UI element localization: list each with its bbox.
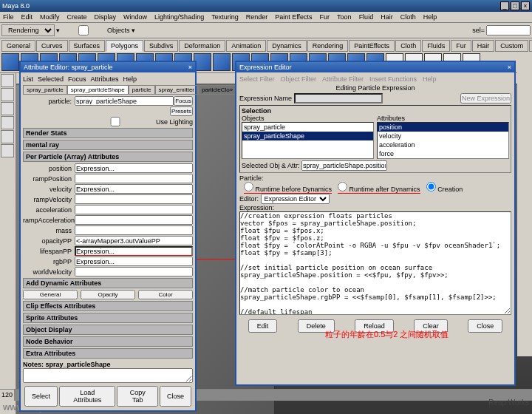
attr-tab[interactable]: particle	[129, 85, 155, 95]
edit-button[interactable]: Edit	[248, 319, 278, 333]
attr-editor-titlebar[interactable]: Attribute Editor: spray_particle ×	[21, 62, 195, 72]
sel-input[interactable]	[486, 25, 531, 35]
shelf-tab-subdivs[interactable]: Subdivs	[144, 40, 178, 52]
attr-tab[interactable]: particleClo»	[198, 85, 236, 95]
attr-menu-selected[interactable]: Selected	[38, 75, 64, 83]
opacity-button[interactable]: Opacity	[81, 290, 135, 299]
shelf-tab-cloth[interactable]: Cloth	[395, 40, 421, 52]
section-object-display[interactable]: Object Display	[23, 325, 193, 335]
close-icon[interactable]: ×	[188, 64, 192, 71]
list-item[interactable]: spray_particle	[242, 123, 373, 132]
expression-code[interactable]	[239, 211, 511, 315]
menu-paint effects[interactable]: Paint Effects	[275, 13, 312, 21]
lasso-tool-icon[interactable]	[1, 88, 14, 101]
shelf-tab-fur[interactable]: Fur	[451, 40, 471, 52]
menu-cloth[interactable]: Cloth	[400, 13, 416, 21]
notes-field[interactable]	[23, 368, 193, 383]
list-item[interactable]: position	[378, 123, 508, 132]
section-mental-ray[interactable]: mental ray	[23, 140, 193, 150]
shelf-icon[interactable]	[213, 53, 231, 71]
menu-fluid[interactable]: Fluid	[359, 13, 374, 21]
list-item[interactable]: inputForce[0]	[378, 158, 508, 159]
channel-box[interactable]	[517, 61, 532, 356]
list-item[interactable]: spray_particleShape	[242, 132, 373, 140]
attr-menu-attributes[interactable]: Attributes	[91, 75, 119, 83]
radio-runtime-before-dynamics[interactable]	[244, 182, 253, 191]
list-item[interactable]: velocity	[378, 132, 508, 140]
maximize-icon[interactable]: □	[511, 1, 519, 10]
menu-toon[interactable]: Toon	[337, 13, 352, 21]
menu-display[interactable]: Display	[95, 13, 117, 21]
pp-position[interactable]	[75, 163, 193, 173]
pp-opacityPP[interactable]	[75, 236, 193, 245]
shelf-tab-fluids[interactable]: Fluids	[422, 40, 450, 52]
focus-button[interactable]: Focus	[174, 96, 193, 106]
pp-rgbPP[interactable]	[75, 257, 193, 266]
section-render-stats[interactable]: Render Stats	[23, 128, 193, 138]
section-per-particle[interactable]: Per Particle (Array) Attributes	[23, 152, 193, 162]
new-expression-button[interactable]: New Expression	[460, 93, 511, 104]
section-extra[interactable]: Extra Attributes	[23, 348, 193, 359]
shelf-icon[interactable]	[1, 53, 19, 71]
attr-menu-focus[interactable]: Focus	[68, 75, 86, 83]
close-icon[interactable]: ×	[521, 1, 530, 10]
copy-tab-button[interactable]: Copy Tab	[117, 386, 158, 407]
pp-mass[interactable]	[75, 225, 193, 235]
list-item[interactable]: force	[378, 149, 508, 158]
pp-worldVelocity[interactable]	[75, 267, 193, 276]
shelf-tab-deformation[interactable]: Deformation	[179, 40, 225, 52]
attr-tab[interactable]: spray_particleShape	[67, 85, 129, 95]
shelf-tab-polygons[interactable]: Polygons	[106, 40, 143, 52]
menu-texturing[interactable]: Texturing	[211, 13, 239, 21]
menu-lighting/shading[interactable]: Lighting/Shading	[154, 13, 204, 21]
expr-menu[interactable]: Help	[423, 75, 437, 83]
section-node-behavior[interactable]: Node Behavior	[23, 336, 193, 347]
expr-editor-titlebar[interactable]: Expression Editor ×	[236, 62, 514, 72]
color-button[interactable]: Color	[138, 290, 193, 299]
manip-tool-icon[interactable]	[1, 144, 14, 157]
pp-velocity[interactable]	[75, 184, 193, 194]
shelf-tab-animation[interactable]: Animation	[226, 40, 266, 52]
shelf-tab-general[interactable]: General	[1, 40, 35, 52]
expr-menu[interactable]: Insert Functions	[369, 75, 417, 83]
section-clip-fx[interactable]: Clip Effects Attributes	[23, 301, 193, 311]
menu-fur[interactable]: Fur	[320, 13, 330, 21]
attr-menu-list[interactable]: List	[23, 75, 33, 83]
expr-menu[interactable]: Attribute Filter	[322, 75, 364, 83]
pp-lifespanPP[interactable]	[75, 246, 193, 256]
close-icon[interactable]: ×	[508, 64, 511, 71]
attr-menu-help[interactable]: Help	[123, 75, 137, 83]
shelf-tab-custom[interactable]: Custom	[495, 40, 528, 52]
menu-file[interactable]: File	[3, 13, 14, 21]
shelf-tab-curves[interactable]: Curves	[36, 40, 68, 52]
shelf-tab-dynamics[interactable]: Dynamics	[267, 40, 307, 52]
menu-edit[interactable]: Edit	[21, 13, 33, 21]
menu-render[interactable]: Render	[246, 13, 268, 21]
shelf-tab-painteffects[interactable]: PaintEffects	[349, 40, 395, 52]
menu-hair[interactable]: Hair	[381, 13, 393, 21]
section-sprite[interactable]: Sprite Attributes	[23, 313, 193, 323]
attr-tab[interactable]: spray_emitter	[155, 85, 198, 95]
particle-name-field[interactable]	[75, 96, 174, 106]
menu-window[interactable]: Window	[123, 13, 147, 21]
move-tool-icon[interactable]	[1, 102, 14, 115]
expr-menu[interactable]: Object Filter	[281, 75, 317, 83]
presets-button[interactable]: Presets	[170, 106, 193, 116]
pp-acceleration[interactable]	[75, 205, 193, 214]
select-button[interactable]: Select	[24, 386, 58, 407]
load-attributes-button[interactable]: Load Attributes	[59, 386, 115, 407]
scale-tool-icon[interactable]	[1, 130, 14, 143]
shelf-tab-xun[interactable]: xun	[529, 40, 532, 52]
rotate-tool-icon[interactable]	[1, 116, 14, 129]
section-add-dynamic[interactable]: Add Dynamic Attributes	[23, 278, 193, 288]
select-tool-icon[interactable]	[1, 74, 14, 87]
expr-menu[interactable]: Select Filter	[239, 75, 275, 83]
selected-obj-field[interactable]	[301, 160, 387, 171]
list-item[interactable]: acceleration	[378, 140, 508, 149]
mode-select[interactable]: Rendering	[1, 24, 55, 36]
pp-rampPosition[interactable]	[75, 174, 193, 183]
pp-rampVelocity[interactable]	[75, 194, 193, 204]
expr-name-field[interactable]	[294, 93, 383, 104]
objects-checkbox[interactable]	[61, 25, 106, 35]
use-lighting-checkbox[interactable]	[75, 117, 156, 126]
